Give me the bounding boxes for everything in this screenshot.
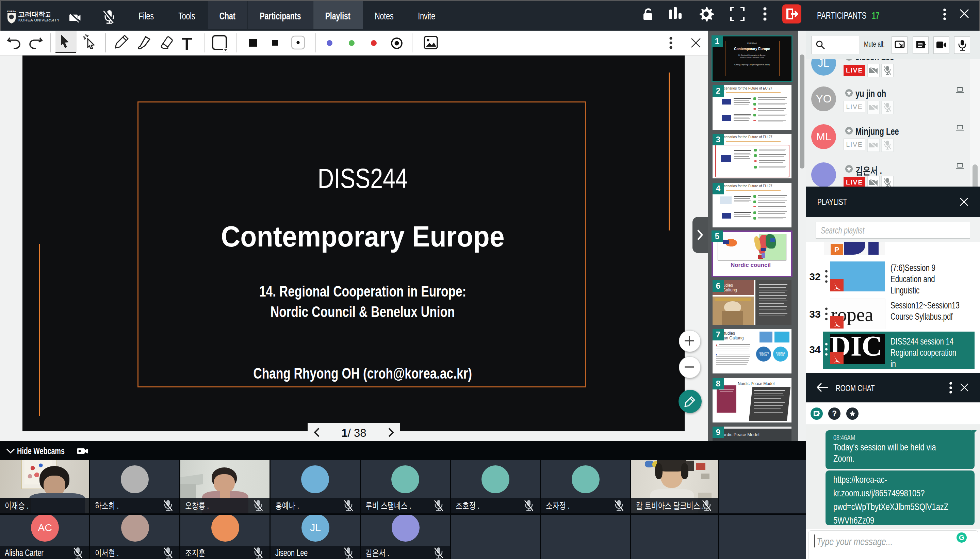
svg-text:KOREA: KOREA <box>7 10 16 13</box>
